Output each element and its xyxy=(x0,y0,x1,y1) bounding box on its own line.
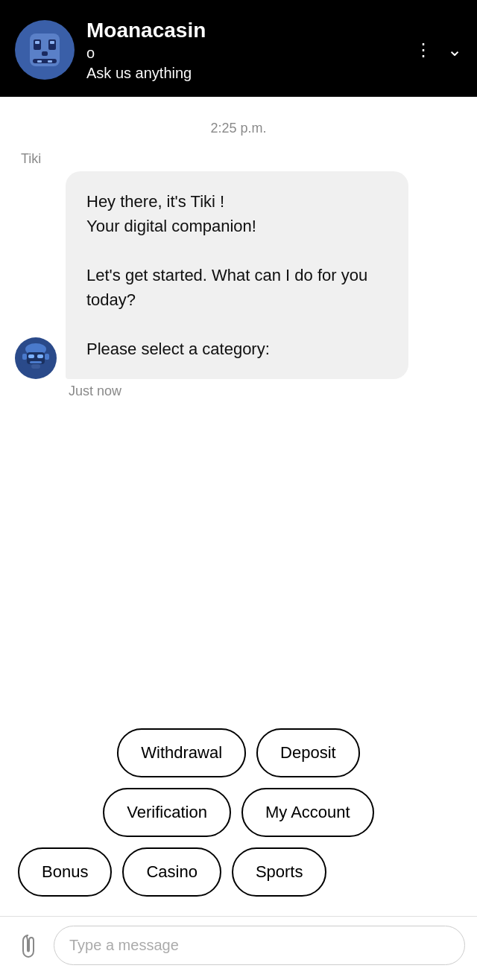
svg-rect-8 xyxy=(48,60,52,63)
message-text-input[interactable] xyxy=(54,926,465,965)
category-row-3: Bonus Casino Sports xyxy=(12,847,465,897)
casino-button[interactable]: Casino xyxy=(122,847,221,897)
bot-avatar xyxy=(15,337,57,379)
my-account-button[interactable]: My Account xyxy=(241,788,374,837)
svg-rect-14 xyxy=(30,361,42,363)
message-time-label: Just now xyxy=(69,384,462,399)
bonus-button[interactable]: Bonus xyxy=(18,847,112,897)
chat-area: 2:25 p.m. Tiki xyxy=(0,97,477,722)
chat-header: Moanacasin o Ask us anything ⋮ ⌄ xyxy=(0,0,477,97)
bot-message-bubble: Hey there, it's Tiki !Your digital compa… xyxy=(66,171,408,379)
svg-rect-6 xyxy=(33,59,57,63)
more-options-icon[interactable]: ⋮ xyxy=(414,39,432,60)
svg-rect-7 xyxy=(37,60,42,63)
header-actions: ⋮ ⌄ xyxy=(414,39,462,60)
header-subtitle: Ask us anything xyxy=(86,65,402,82)
svg-rect-12 xyxy=(28,354,34,358)
category-row-2: Verification My Account xyxy=(12,788,465,837)
header-status: o xyxy=(86,45,402,62)
bot-message-row: Hey there, it's Tiki !Your digital compa… xyxy=(15,171,462,379)
attach-button[interactable] xyxy=(12,929,45,962)
sports-button[interactable]: Sports xyxy=(232,847,327,897)
svg-rect-17 xyxy=(45,354,49,360)
svg-rect-4 xyxy=(50,41,54,44)
category-row-1: Withdrawal Deposit xyxy=(12,728,465,777)
verification-button[interactable]: Verification xyxy=(103,788,231,837)
deposit-button[interactable]: Deposit xyxy=(256,728,360,777)
svg-rect-5 xyxy=(42,51,48,56)
bot-message-text: Hey there, it's Tiki !Your digital compa… xyxy=(86,192,367,358)
message-input-area xyxy=(0,916,477,980)
svg-rect-16 xyxy=(22,354,27,360)
withdrawal-button[interactable]: Withdrawal xyxy=(117,728,246,777)
header-title: Moanacasin xyxy=(86,18,402,43)
collapse-icon[interactable]: ⌄ xyxy=(447,39,462,60)
message-timestamp: 2:25 p.m. xyxy=(15,121,462,136)
bot-name-label: Tiki xyxy=(21,151,462,167)
header-info: Moanacasin o Ask us anything xyxy=(86,18,402,82)
svg-rect-13 xyxy=(37,354,43,358)
bot-message-section: Tiki xyxy=(15,151,462,399)
category-buttons-area: Withdrawal Deposit Verification My Accou… xyxy=(0,722,477,916)
svg-rect-3 xyxy=(35,41,40,44)
svg-rect-15 xyxy=(31,364,40,369)
brand-avatar xyxy=(15,20,75,80)
